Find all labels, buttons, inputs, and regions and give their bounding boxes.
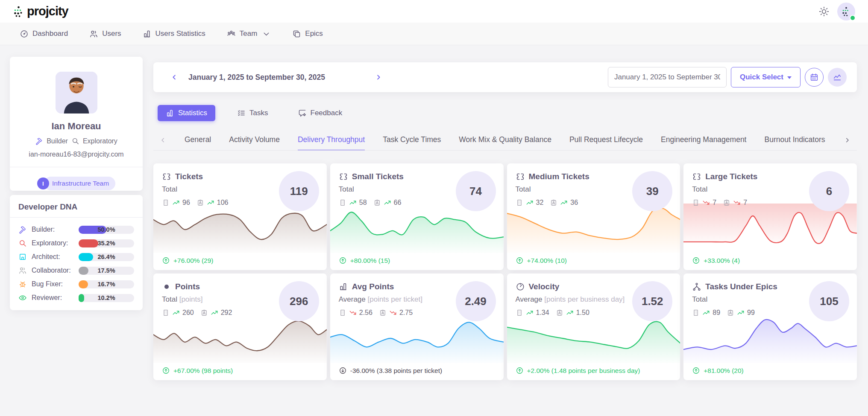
- tab-tasks[interactable]: Tasks: [229, 105, 276, 121]
- app-logo[interactable]: projcity: [13, 4, 68, 18]
- metric-label: Average: [516, 295, 542, 303]
- dna-progress-track: 10.2%: [79, 294, 134, 302]
- subtab-delivery-throughput[interactable]: Delivery Throughput: [298, 135, 365, 150]
- date-range-label: January 1, 2025 to September 30, 2025: [188, 73, 375, 82]
- main-nav: Dashboard Users Users Statistics Team Ep…: [0, 23, 868, 45]
- change-indicator: +74.00% (10): [516, 256, 567, 265]
- change-indicator: +80.00% (15): [339, 256, 390, 265]
- metric-total-badge: 296: [279, 281, 319, 321]
- team-badge[interactable]: I Infrastructure Team: [37, 177, 115, 190]
- dna-row-architect: Architect: 26.4%: [18, 250, 134, 264]
- search-icon: [71, 137, 79, 145]
- card-title: Avg Points: [352, 282, 394, 291]
- logo-mark-icon: [13, 6, 24, 17]
- subtab-work-mix-quality-balance[interactable]: Work Mix & Quality Balance: [459, 135, 551, 150]
- metric-total-value: 39: [646, 185, 659, 198]
- circle-down-icon: [339, 367, 347, 375]
- card-title: Small Tickets: [352, 172, 404, 181]
- nav-item-dashboard[interactable]: Dashboard: [20, 29, 68, 38]
- metric-label: Total: [162, 295, 177, 303]
- dna-label: Reviewer:: [32, 294, 62, 302]
- next-range-button[interactable]: [375, 73, 382, 81]
- user-avatar[interactable]: [837, 3, 855, 20]
- tab-feedback[interactable]: Feedback: [290, 105, 351, 121]
- subtab-general[interactable]: General: [185, 135, 211, 150]
- team-comparison-value: 292: [221, 309, 232, 317]
- calendar-button[interactable]: [805, 68, 824, 87]
- tab-statistics[interactable]: Statistics: [158, 105, 215, 121]
- metric-label: Average: [339, 295, 366, 303]
- metric-total-value: 1.52: [642, 295, 663, 308]
- circle-up-icon: [692, 256, 700, 265]
- dna-label: Bug Fixer:: [32, 280, 63, 288]
- dna-row-bug-fixer: Bug Fixer: 16.7%: [18, 277, 134, 291]
- metric-total-value: 296: [290, 295, 308, 308]
- date-range-input[interactable]: [608, 67, 727, 87]
- nav-item-epics[interactable]: Epics: [292, 29, 323, 38]
- metric-total-badge: 2.49: [456, 281, 496, 321]
- org-building-icon: [516, 309, 523, 317]
- chart-view-button[interactable]: [828, 68, 847, 87]
- profile-roles: BuilderExploratory: [35, 137, 117, 145]
- dna-row-exploratory: Exploratory: 35.2%: [18, 236, 134, 250]
- dna-value: 16.7%: [79, 280, 134, 288]
- stat-card-points: Points Total [points] 260 292 296 +67.00…: [153, 273, 327, 380]
- card-title: Tasks Under Epics: [705, 282, 777, 291]
- org-building-icon: [339, 309, 346, 317]
- team-name-pill: Infrastructure Team: [44, 177, 115, 190]
- metric-total-badge: 6: [809, 171, 849, 211]
- circle-up-icon: [692, 367, 700, 375]
- change-indicator: -36.00% (3.38 points per ticket): [339, 367, 442, 375]
- metric-unit: [points per ticket]: [368, 295, 423, 303]
- team-comparison-value: 2.75: [399, 309, 413, 317]
- stat-cards-grid: Tickets Total 96 106 119 +76.00% (29) Sm…: [153, 163, 857, 380]
- dna-label: Builder:: [32, 226, 55, 233]
- org-comparison-value: 32: [536, 199, 544, 207]
- subtabs-scroll-right-icon[interactable]: [844, 137, 851, 144]
- bug-icon: [18, 280, 27, 288]
- dna-progress-track: 26.4%: [79, 253, 134, 261]
- trend-up-icon: [349, 199, 357, 207]
- card-title: Velocity: [529, 282, 560, 291]
- org-building-icon: [692, 309, 700, 317]
- metric-total-badge: 119: [279, 171, 319, 211]
- circle-up-icon: [516, 367, 524, 375]
- quick-select-button[interactable]: Quick Select: [731, 67, 801, 87]
- card-title: Medium Tickets: [529, 172, 589, 181]
- ticket-icon: [516, 172, 525, 181]
- change-text: +74.00% (10): [527, 257, 567, 265]
- card-title: Points: [175, 282, 200, 291]
- metric-total-value: 74: [469, 185, 482, 198]
- metric-total-value: 105: [820, 295, 838, 308]
- badge-icon: [379, 309, 387, 317]
- dna-progress-track: 35.2%: [79, 239, 134, 247]
- circle-up-icon: [339, 256, 347, 265]
- badge-icon: [200, 309, 208, 317]
- subtab-task-cycle-times[interactable]: Task Cycle Times: [383, 135, 441, 150]
- prev-range-button[interactable]: [170, 73, 178, 81]
- metric-unit: [points]: [179, 295, 203, 303]
- subtabs-scroll-left-icon[interactable]: [159, 137, 167, 144]
- change-text: +67.00% (98 points): [173, 367, 233, 375]
- badge-icon: [723, 199, 730, 207]
- subtab-engineering-management[interactable]: Engineering Management: [661, 135, 746, 150]
- subtab-activity-volume[interactable]: Activity Volume: [229, 135, 280, 150]
- dna-label: Architect:: [32, 253, 60, 261]
- metric-total-value: 119: [290, 185, 308, 198]
- nav-item-team[interactable]: Team: [227, 29, 271, 38]
- bars-icon: [339, 282, 348, 291]
- subtab-pull-request-lifecycle[interactable]: Pull Request Lifecycle: [569, 135, 643, 150]
- change-indicator: +81.00% (20): [692, 367, 744, 375]
- change-text: +33.00% (4): [704, 257, 740, 265]
- dna-progress-track: 50.0%: [79, 226, 134, 234]
- subtab-burnout-indicators[interactable]: Burnout Indicators: [764, 135, 825, 150]
- trend-up-icon: [526, 309, 534, 317]
- team-comparison-value: 99: [747, 309, 755, 317]
- nav-item-users-statistics[interactable]: Users Statistics: [143, 29, 205, 38]
- nav-item-users[interactable]: Users: [89, 29, 121, 38]
- trend-down-icon: [349, 309, 357, 317]
- badge-icon: [196, 199, 204, 207]
- building-icon: [18, 253, 27, 261]
- metric-label: Total: [692, 295, 707, 303]
- theme-toggle-sun-icon[interactable]: [818, 6, 830, 17]
